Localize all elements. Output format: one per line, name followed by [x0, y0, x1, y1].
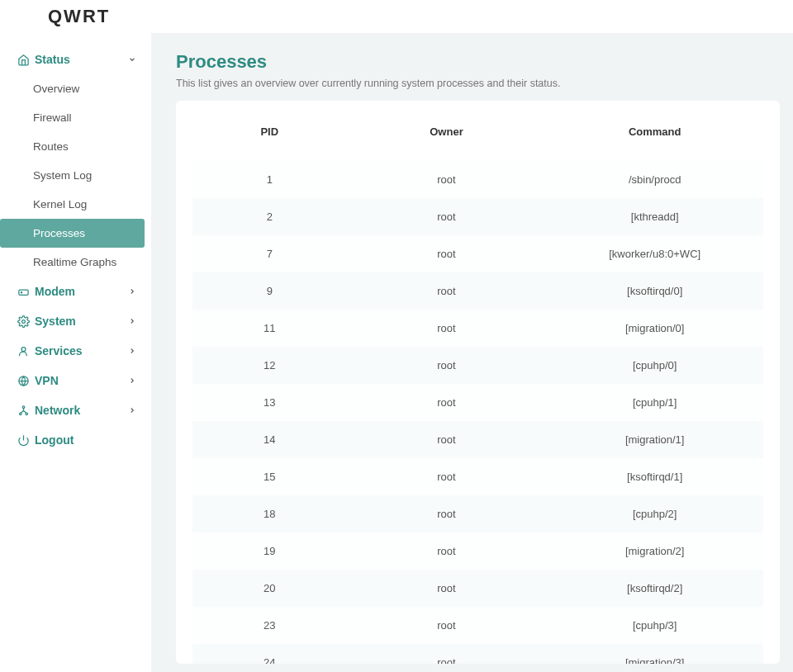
sidebar-group-label: System — [35, 315, 76, 328]
table-row[interactable]: 23root[cpuhp/3] — [192, 607, 763, 644]
table-row[interactable]: 9root[ksoftirqd/0] — [192, 272, 763, 310]
brand-logo: QWRT — [48, 6, 110, 27]
cell-command: [ksoftirqd/2] — [546, 570, 763, 607]
table-row[interactable]: 2root[kthreadd] — [192, 198, 763, 235]
sidebar: Status Overview Firewall Routes System L… — [0, 33, 151, 672]
sidebar-group-label: Status — [35, 53, 70, 66]
sidebar-group-system[interactable]: System — [0, 306, 151, 336]
cell-pid: 1 — [192, 161, 347, 198]
cell-owner: root — [347, 421, 547, 458]
sidebar-group-vpn[interactable]: VPN — [0, 366, 151, 395]
cell-pid: 2 — [192, 198, 347, 235]
svg-point-5 — [22, 405, 25, 408]
cell-pid: 14 — [192, 421, 347, 458]
sidebar-group-label: Logout — [35, 433, 74, 447]
sidebar-group-label: Modem — [35, 285, 75, 298]
network-icon — [17, 404, 30, 417]
cell-pid: 20 — [192, 570, 347, 607]
page-description: This list gives an overview over current… — [176, 78, 780, 89]
cell-owner: root — [347, 272, 547, 310]
cell-pid: 18 — [192, 495, 347, 532]
cell-owner: root — [347, 347, 547, 384]
sidebar-group-label: Services — [35, 344, 83, 357]
cell-pid: 12 — [192, 347, 347, 384]
cell-owner: root — [347, 458, 547, 495]
svg-point-2 — [21, 319, 25, 323]
cell-command: [cpuhp/3] — [546, 607, 763, 644]
cell-command: [kthreadd] — [546, 198, 763, 235]
cell-owner: root — [347, 570, 547, 607]
cell-command: [migration/3] — [546, 644, 763, 664]
sidebar-submenu-status: Overview Firewall Routes System Log Kern… — [0, 74, 151, 277]
chevron-right-icon — [128, 287, 136, 296]
col-pid: PID — [192, 121, 347, 161]
col-owner: Owner — [347, 121, 547, 161]
sidebar-item-processes[interactable]: Processes — [0, 219, 145, 248]
chevron-right-icon — [128, 317, 136, 325]
sidebar-item-realtime-graphs[interactable]: Realtime Graphs — [0, 248, 151, 277]
cell-pid: 7 — [192, 235, 347, 272]
sidebar-group-network[interactable]: Network — [0, 395, 151, 425]
table-row[interactable]: 13root[cpuhp/1] — [192, 384, 763, 421]
cell-owner: root — [347, 198, 547, 235]
process-table: PID Owner Command 1root/sbin/procd2root[… — [192, 121, 763, 664]
cell-owner: root — [347, 235, 547, 272]
sidebar-group-logout[interactable]: Logout — [0, 425, 151, 455]
svg-point-1 — [21, 291, 21, 292]
col-command: Command — [546, 121, 763, 161]
globe-icon — [17, 374, 30, 387]
cell-command: [ksoftirqd/1] — [546, 458, 763, 495]
cell-pid: 11 — [192, 310, 347, 347]
table-row[interactable]: 14root[migration/1] — [192, 421, 763, 458]
sidebar-item-firewall[interactable]: Firewall — [0, 103, 151, 132]
sidebar-item-routes[interactable]: Routes — [0, 132, 151, 161]
sidebar-group-label: Network — [35, 404, 80, 417]
cell-pid: 15 — [192, 458, 347, 495]
modem-icon — [17, 285, 30, 298]
cell-command: [ksoftirqd/0] — [546, 272, 763, 310]
cell-command: /sbin/procd — [546, 161, 763, 198]
table-row[interactable]: 19root[migration/2] — [192, 532, 763, 570]
svg-rect-0 — [18, 290, 27, 295]
home-icon — [17, 53, 30, 66]
svg-point-7 — [26, 413, 28, 415]
sidebar-group-status[interactable]: Status — [0, 45, 151, 74]
table-row[interactable]: 18root[cpuhp/2] — [192, 495, 763, 532]
chevron-right-icon — [128, 376, 136, 385]
table-row[interactable]: 1root/sbin/procd — [192, 161, 763, 198]
table-row[interactable]: 24root[migration/3] — [192, 644, 763, 664]
cell-owner: root — [347, 607, 547, 644]
svg-point-3 — [21, 347, 26, 351]
page-title: Processes — [176, 51, 780, 73]
sidebar-group-label: VPN — [35, 374, 59, 387]
sidebar-group-modem[interactable]: Modem — [0, 277, 151, 306]
cell-owner: root — [347, 644, 547, 664]
user-icon — [17, 344, 30, 357]
cell-owner: root — [347, 384, 547, 421]
sidebar-group-services[interactable]: Services — [0, 336, 151, 366]
main-content: Processes This list gives an overview ov… — [151, 33, 793, 672]
chevron-right-icon — [128, 347, 136, 355]
cell-command: [cpuhp/1] — [546, 384, 763, 421]
cell-command: [cpuhp/0] — [546, 347, 763, 384]
cell-command: [kworker/u8:0+WC] — [546, 235, 763, 272]
table-row[interactable]: 12root[cpuhp/0] — [192, 347, 763, 384]
table-row[interactable]: 7root[kworker/u8:0+WC] — [192, 235, 763, 272]
cell-command: [migration/2] — [546, 532, 763, 570]
header: QWRT — [0, 0, 793, 33]
cell-pid: 24 — [192, 644, 347, 664]
table-row[interactable]: 20root[ksoftirqd/2] — [192, 570, 763, 607]
cell-owner: root — [347, 161, 547, 198]
svg-point-6 — [19, 413, 21, 415]
gear-icon — [17, 315, 30, 328]
table-row[interactable]: 11root[migration/0] — [192, 310, 763, 347]
sidebar-item-overview[interactable]: Overview — [0, 74, 151, 103]
cell-command: [migration/1] — [546, 421, 763, 458]
chevron-right-icon — [128, 406, 136, 414]
sidebar-item-kernel-log[interactable]: Kernel Log — [0, 190, 151, 219]
sidebar-item-system-log[interactable]: System Log — [0, 161, 151, 190]
table-row[interactable]: 15root[ksoftirqd/1] — [192, 458, 763, 495]
chevron-down-icon — [128, 55, 136, 64]
cell-owner: root — [347, 495, 547, 532]
cell-owner: root — [347, 310, 547, 347]
